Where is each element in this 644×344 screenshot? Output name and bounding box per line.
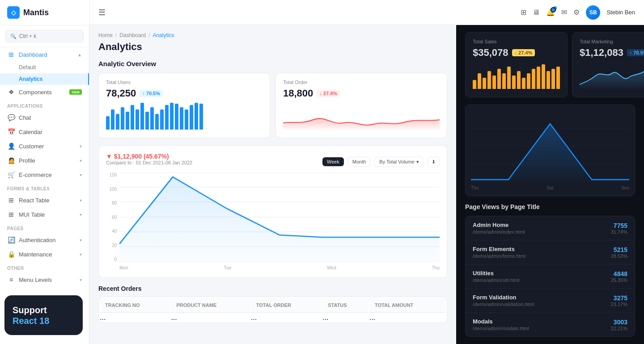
stat-value-users: 78,250 — [106, 88, 136, 99]
sidebar-search-container: 🔍 — [0, 25, 89, 47]
sidebar-subitem-default[interactable]: Default — [0, 62, 89, 73]
recent-orders-title: Recent Orders — [98, 285, 447, 292]
arrow-up-icon: ↑ — [142, 91, 145, 96]
chevron-down-icon: ▾ — [80, 158, 82, 163]
bar — [502, 73, 506, 89]
sidebar-item-authentication[interactable]: 🔄 Authentication ▾ — [0, 233, 89, 247]
chevron-down-icon: ▾ — [80, 144, 82, 149]
support-popup[interactable]: Support React 18 — [4, 295, 83, 335]
arrow-up-icon: ↑ — [630, 50, 632, 55]
pv-url: /demo/admin/forms.html — [473, 253, 525, 259]
week-button[interactable]: Week — [322, 157, 344, 166]
bar — [483, 78, 486, 89]
download-button[interactable]: ⬇ — [428, 157, 440, 167]
month-button[interactable]: Month — [347, 157, 371, 167]
y-label: 0 — [106, 257, 117, 262]
analytic-overview-title: Analytic Overview — [98, 60, 447, 67]
right-panel: Total Sales $35,078 ↓ 27.4% — [456, 25, 644, 344]
bar — [185, 109, 188, 130]
ecommerce-icon: 🛒 — [7, 171, 15, 178]
section-pages: Pages — [0, 222, 89, 233]
pv-right: 5215 28.53% — [611, 246, 627, 259]
sidebar-item-label: Components — [19, 89, 52, 96]
income-controls: Week Month By Total Volume ▾ ⬇ — [322, 157, 440, 167]
profile-icon: 🙍 — [7, 157, 15, 164]
sidebar-item-mui-table[interactable]: ⊞ MUI Table ▾ — [0, 207, 89, 222]
search-box[interactable]: 🔍 — [5, 30, 84, 42]
topbar-right: ⊞ 🖥 🔔 ✉ ⚙ SB Stebin Ben — [521, 5, 635, 20]
sidebar-item-dashboard[interactable]: ⊞ Dashboard ▲ — [0, 47, 89, 62]
volume-button[interactable]: By Total Volume ▾ — [374, 157, 424, 167]
sidebar-item-calendar[interactable]: 📅 Calendar — [0, 125, 89, 139]
pv-row: Admin Home /demo/admin/index.html 7755 3… — [466, 216, 635, 240]
breadcrumb-sep: / — [148, 32, 150, 38]
bar — [190, 105, 193, 130]
bar — [478, 73, 481, 89]
x-label: Wed — [327, 265, 336, 270]
stat-badge-sales: ↓ 27.4% — [512, 49, 535, 56]
stat-label-users: Total Users — [106, 80, 263, 85]
monitor-icon[interactable]: 🖥 — [533, 8, 540, 17]
income-compare: Compare to : 01 Dec 2021-08 Jan 2022 — [106, 160, 192, 165]
sidebar-subitem-analytics[interactable]: Analytics — [0, 73, 89, 85]
pv-info: Utilities /demo/admin/util.html — [473, 270, 520, 283]
sidebar-item-label: Authentication — [19, 237, 55, 243]
sidebar-item-label: React Table — [19, 197, 49, 204]
arrow-down-icon: ↓ — [319, 91, 322, 96]
sidebar-item-customer[interactable]: 👤 Customer ▾ — [0, 139, 89, 153]
bell-icon[interactable]: 🔔 — [546, 8, 555, 17]
mail-icon[interactable]: ✉ — [561, 8, 567, 17]
chat-icon: 💬 — [7, 114, 15, 121]
breadcrumb: Home / Dashboard / Analytics — [98, 32, 447, 38]
chevron-down-icon: ▾ — [80, 238, 82, 243]
y-label: 120 — [106, 172, 117, 177]
stat-label-sales: Total Sales — [473, 39, 560, 44]
user-name: Stebin Ben — [606, 9, 635, 16]
bar — [180, 107, 183, 130]
cell: ... — [171, 314, 250, 322]
bar — [507, 67, 511, 89]
x-label: Sat — [547, 185, 553, 190]
settings-icon[interactable]: ⚙ — [573, 8, 580, 17]
bar — [131, 105, 134, 130]
area-chart-marketing — [580, 62, 644, 89]
table-row: ... ... ... ... ... — [100, 314, 446, 322]
chevron-down-icon: ▾ — [80, 172, 82, 177]
breadcrumb-sep: / — [115, 32, 117, 38]
table-icon: ⊞ — [7, 197, 15, 204]
income-amount: $1,12,900 (45.67%) — [114, 153, 169, 160]
sidebar-logo: ◇ Mantis — [0, 0, 89, 25]
bar — [121, 107, 124, 130]
pv-percent: 25.35% — [611, 277, 627, 283]
bar — [547, 71, 550, 89]
pv-percent: 22.21% — [611, 326, 627, 331]
sidebar-item-react-table[interactable]: ⊞ React Table ▾ — [0, 193, 89, 207]
page-views-card: Admin Home /demo/admin/index.html 7755 3… — [465, 216, 635, 337]
breadcrumb-home[interactable]: Home — [98, 32, 113, 38]
grid-icon[interactable]: ⊞ — [521, 8, 526, 17]
topbar-left: ☰ — [98, 8, 106, 17]
pv-value: 4848 — [611, 270, 627, 277]
stat-value-sales: $35,078 — [473, 47, 508, 59]
sidebar-item-profile[interactable]: 🙍 Profile ▾ — [0, 153, 89, 168]
left-panel: Home / Dashboard / Analytics Analytics A… — [89, 25, 456, 344]
bar — [199, 104, 203, 130]
breadcrumb-dashboard[interactable]: Dashboard — [119, 32, 146, 38]
chevron-down-icon: ▾ — [416, 159, 419, 165]
pv-percent: 28.53% — [611, 253, 627, 259]
pv-row: Form Validation /demo/admin/validation.h… — [466, 289, 635, 313]
pv-info: Modals /demo/admin/modals.html — [473, 318, 529, 331]
search-input[interactable] — [19, 33, 79, 39]
hamburger-icon[interactable]: ☰ — [98, 8, 106, 17]
sidebar-item-maintenance[interactable]: 🔒 Maintenance ▾ — [0, 247, 89, 261]
y-label: 20 — [106, 243, 117, 248]
sidebar-item-components[interactable]: ❖ Components new — [0, 85, 89, 99]
auth-icon: 🔄 — [7, 236, 15, 243]
chevron-down-icon: ▾ — [80, 198, 82, 203]
sidebar-item-ecommerce[interactable]: 🛒 E-commerce ▾ — [0, 168, 89, 182]
components-icon: ❖ — [7, 88, 15, 96]
dark-x-axis: Thu Sat Sun — [471, 185, 629, 190]
sidebar-item-menu-levels[interactable]: ≡ Menu Levels ▾ — [0, 273, 89, 287]
sidebar-item-chat[interactable]: 💬 Chat — [0, 110, 89, 125]
pv-row: Utilities /demo/admin/util.html 4848 25.… — [466, 264, 635, 289]
